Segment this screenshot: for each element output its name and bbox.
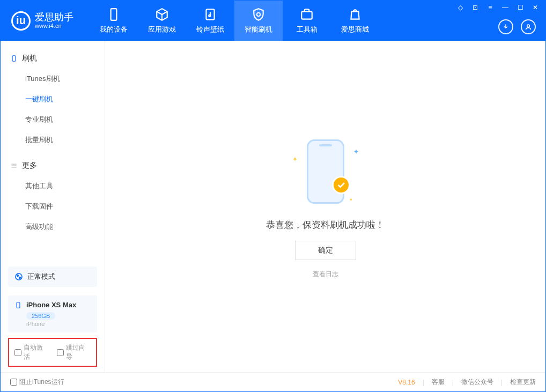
ok-button[interactable]: 确定 bbox=[295, 241, 356, 260]
tab-label: 铃声壁纸 bbox=[196, 25, 224, 34]
phone-icon bbox=[107, 8, 121, 21]
close-button[interactable]: ✕ bbox=[530, 4, 540, 11]
sidebar-item-pro-flash[interactable]: 专业刷机 bbox=[10, 109, 95, 130]
check-update-link[interactable]: 检查更新 bbox=[510, 378, 536, 387]
window-controls: ◇ ⊡ ≡ — ☐ ✕ bbox=[455, 4, 540, 11]
minimize-button[interactable]: — bbox=[500, 4, 510, 11]
device-type: iPhone bbox=[26, 321, 91, 327]
block-itunes-checkbox[interactable]: 阻止iTunes运行 bbox=[10, 378, 64, 387]
sidebar-item-advanced[interactable]: 高级功能 bbox=[10, 217, 95, 237]
tab-ringtones[interactable]: 铃声壁纸 bbox=[186, 1, 234, 41]
skip-guide-checkbox[interactable]: 跳过向导 bbox=[57, 343, 91, 361]
svg-rect-9 bbox=[17, 302, 20, 308]
success-message: 恭喜您，保资料刷机成功啦！ bbox=[266, 219, 385, 231]
app-logo: iu 爱思助手 www.i4.cn bbox=[11, 11, 73, 31]
tab-label: 爱思商城 bbox=[341, 25, 369, 34]
device-name: iPhone XS Max bbox=[26, 301, 76, 309]
download-icon bbox=[502, 23, 510, 31]
header: iu 爱思助手 www.i4.cn 我的设备 应用游戏 铃声壁纸 智能刷机 工具… bbox=[1, 1, 545, 41]
mode-icon bbox=[14, 272, 23, 281]
tab-my-device[interactable]: 我的设备 bbox=[90, 1, 138, 41]
checkbox-label: 跳过向导 bbox=[66, 343, 91, 361]
device-mode-box[interactable]: 正常模式 bbox=[8, 267, 97, 287]
device-info-box[interactable]: iPhone XS Max 256GB iPhone bbox=[8, 295, 97, 332]
success-check-icon bbox=[332, 176, 350, 194]
shield-refresh-icon bbox=[252, 8, 265, 21]
auto-activate-checkbox[interactable]: 自动激活 bbox=[14, 343, 48, 361]
sidebar-item-firmware[interactable]: 下载固件 bbox=[10, 196, 95, 217]
tab-toolbox[interactable]: 工具箱 bbox=[283, 1, 331, 41]
footer: 阻止iTunes运行 V8.16 | 客服 | 微信公众号 | 检查更新 bbox=[1, 372, 545, 391]
user-icon bbox=[525, 23, 532, 31]
sidebar-item-oneclick-flash[interactable]: 一键刷机 bbox=[10, 89, 95, 109]
svg-point-6 bbox=[16, 273, 22, 280]
device-storage: 256GB bbox=[26, 312, 55, 320]
tab-store[interactable]: 爱思商城 bbox=[331, 1, 379, 41]
tab-label: 应用游戏 bbox=[148, 25, 176, 34]
flash-options-highlight: 自动激活 跳过向导 bbox=[8, 338, 97, 367]
group-title: 刷机 bbox=[22, 54, 37, 63]
tab-label: 智能刷机 bbox=[245, 25, 272, 34]
checkbox-label: 阻止iTunes运行 bbox=[19, 378, 64, 387]
wechat-link[interactable]: 微信公众号 bbox=[461, 378, 493, 387]
svg-point-7 bbox=[17, 275, 19, 277]
download-button[interactable] bbox=[498, 19, 513, 34]
app-name: 爱思助手 bbox=[35, 12, 73, 23]
customer-service-link[interactable]: 客服 bbox=[432, 378, 445, 387]
mode-label: 正常模式 bbox=[27, 272, 55, 282]
briefcase-icon bbox=[300, 8, 314, 21]
svg-point-4 bbox=[527, 25, 530, 27]
main-tabs: 我的设备 应用游戏 铃声壁纸 智能刷机 工具箱 爱思商城 bbox=[90, 1, 379, 41]
svg-point-2 bbox=[209, 14, 210, 16]
group-title: 更多 bbox=[22, 161, 37, 171]
sidebar: 刷机 iTunes刷机 一键刷机 专业刷机 批量刷机 更多 其他工具 下载固件 … bbox=[1, 41, 105, 372]
phone-small-icon bbox=[14, 301, 22, 309]
logo-icon: iu bbox=[11, 11, 31, 31]
music-icon bbox=[203, 8, 217, 21]
list-icon bbox=[10, 162, 18, 169]
sidebar-item-batch-flash[interactable]: 批量刷机 bbox=[10, 130, 95, 150]
tab-apps[interactable]: 应用游戏 bbox=[138, 1, 186, 41]
sidebar-group-flash: 刷机 bbox=[10, 48, 95, 69]
bag-icon bbox=[348, 8, 362, 21]
sparkle-icon: ✦ bbox=[292, 156, 298, 163]
feedback-icon[interactable]: ⊡ bbox=[470, 4, 480, 11]
sparkle-icon: ✦ bbox=[353, 148, 359, 156]
account-button[interactable] bbox=[521, 19, 536, 34]
device-icon bbox=[10, 55, 18, 62]
svg-rect-5 bbox=[12, 56, 16, 62]
svg-rect-3 bbox=[301, 11, 312, 19]
sidebar-item-itunes-flash[interactable]: iTunes刷机 bbox=[10, 69, 95, 89]
tab-flash[interactable]: 智能刷机 bbox=[234, 1, 283, 41]
sidebar-item-other-tools[interactable]: 其他工具 bbox=[10, 176, 95, 196]
phone-illustration-icon bbox=[307, 139, 344, 204]
tab-label: 我的设备 bbox=[100, 25, 128, 34]
sparkle-icon: • bbox=[350, 196, 352, 204]
version-label: V8.16 bbox=[398, 379, 415, 386]
cube-icon bbox=[155, 8, 169, 21]
skin-icon[interactable]: ◇ bbox=[455, 4, 465, 11]
svg-rect-0 bbox=[111, 9, 117, 20]
main-content: ✦ ✦ • 恭喜您，保资料刷机成功啦！ 确定 查看日志 bbox=[105, 41, 545, 372]
tab-label: 工具箱 bbox=[297, 25, 318, 34]
maximize-button[interactable]: ☐ bbox=[515, 4, 525, 11]
checkbox-label: 自动激活 bbox=[24, 343, 48, 361]
header-actions bbox=[498, 19, 536, 34]
sidebar-group-more: 更多 bbox=[10, 156, 95, 176]
svg-point-8 bbox=[19, 277, 21, 279]
app-domain: www.i4.cn bbox=[35, 23, 73, 29]
menu-icon[interactable]: ≡ bbox=[485, 4, 495, 11]
view-log-link[interactable]: 查看日志 bbox=[313, 270, 338, 279]
success-illustration: ✦ ✦ • bbox=[283, 134, 368, 209]
